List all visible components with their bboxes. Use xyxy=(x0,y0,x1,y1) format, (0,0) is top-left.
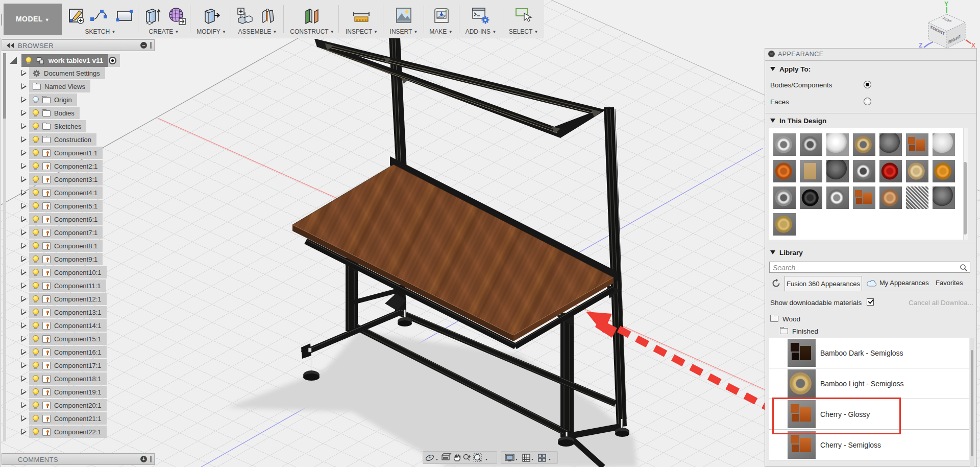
svg-text:X: X xyxy=(971,42,975,48)
svg-text:Z: Z xyxy=(919,42,922,48)
svg-text:Y: Y xyxy=(944,1,948,8)
